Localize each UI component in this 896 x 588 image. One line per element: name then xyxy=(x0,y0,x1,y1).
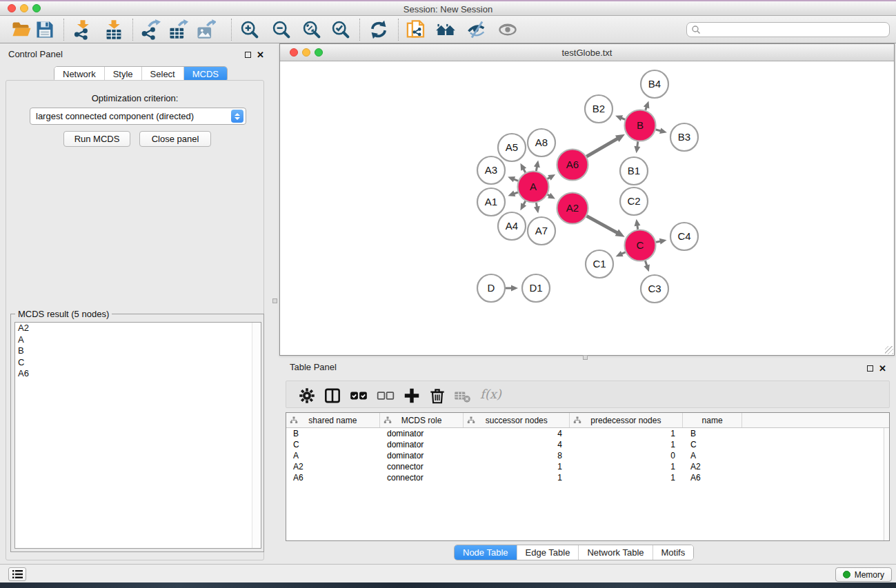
mcds-result-item[interactable]: B xyxy=(15,345,261,357)
network-edge[interactable] xyxy=(637,141,638,147)
zoom-selected-icon xyxy=(330,19,351,40)
show-graphics-details-button[interactable] xyxy=(497,19,518,40)
tab-motifs[interactable]: Motifs xyxy=(653,545,694,560)
import-network-button[interactable] xyxy=(72,19,93,40)
mcds-list-scrollbar[interactable] xyxy=(252,323,261,548)
table-cell[interactable]: dominator xyxy=(380,450,464,461)
table-cell[interactable]: connector xyxy=(380,461,464,472)
save-session-button[interactable] xyxy=(34,19,55,40)
split-divider-handle[interactable] xyxy=(272,298,277,303)
table-panel-tabs: Node Table Edge Table Network Table Moti… xyxy=(454,545,694,560)
mcds-result-item[interactable]: A6 xyxy=(15,368,261,380)
select-all-button[interactable] xyxy=(349,386,368,405)
mcds-result-item[interactable]: A xyxy=(15,334,261,346)
duplicate-network-button[interactable] xyxy=(406,19,426,40)
table-cell[interactable]: 0 xyxy=(570,450,684,461)
table-cell[interactable]: 4 xyxy=(464,428,570,439)
memory-button[interactable]: Memory xyxy=(835,567,892,582)
apply-layout-button[interactable] xyxy=(368,19,389,40)
deselect-all-button[interactable] xyxy=(376,386,395,405)
tab-network-table[interactable]: Network Table xyxy=(578,545,652,560)
zoom-out-button[interactable] xyxy=(271,19,292,40)
export-table-button[interactable] xyxy=(168,19,188,40)
delete-table-button[interactable] xyxy=(452,386,472,405)
close-panel-icon[interactable]: ✕ xyxy=(257,51,264,59)
export-image-button[interactable] xyxy=(195,19,216,40)
table-cell[interactable]: B xyxy=(286,428,380,439)
zoom-in-button[interactable] xyxy=(239,19,260,40)
table-cell[interactable]: C xyxy=(286,439,380,450)
network-edge[interactable] xyxy=(656,130,661,131)
table-row[interactable]: Adominator80A xyxy=(286,450,889,461)
table-cell[interactable]: 1 xyxy=(464,472,570,483)
table-row[interactable]: A6connector11A6 xyxy=(286,472,889,483)
zoom-selected-button[interactable] xyxy=(330,19,351,40)
tab-select[interactable]: Select xyxy=(141,67,183,81)
table-cell[interactable]: 1 xyxy=(570,472,684,483)
table-cell[interactable]: A xyxy=(684,450,744,461)
network-canvas[interactable]: B4B2BB3A8A5A6A3B1AC2A1A2A4A7C4CC1C3DD1 xyxy=(280,61,894,355)
table-cell[interactable]: 1 xyxy=(570,461,684,472)
network-edge[interactable] xyxy=(514,179,519,181)
table-cell[interactable]: dominator xyxy=(380,439,464,450)
run-mcds-button[interactable]: Run MCDS xyxy=(63,131,130,147)
create-column-button[interactable] xyxy=(402,386,421,405)
table-cell[interactable]: 1 xyxy=(464,461,570,472)
task-history-button[interactable] xyxy=(8,567,26,581)
column-header[interactable]: shared name xyxy=(286,413,380,427)
tab-node-table[interactable]: Node Table xyxy=(455,545,517,560)
mcds-result-item[interactable]: C xyxy=(15,357,261,369)
float-panel-icon[interactable] xyxy=(245,52,251,58)
column-header[interactable]: MCDS role xyxy=(380,413,464,427)
criterion-select[interactable]: largest connected component (directed) xyxy=(30,108,246,125)
search-input[interactable] xyxy=(701,23,889,36)
function-builder-button[interactable]: f(x) xyxy=(480,387,501,401)
float-panel-icon[interactable] xyxy=(867,365,873,372)
network-edge[interactable] xyxy=(645,261,647,266)
network-edge[interactable] xyxy=(656,241,661,242)
table-cell[interactable]: A2 xyxy=(286,461,380,472)
table-cell[interactable]: C xyxy=(684,439,744,450)
table-cell[interactable]: dominator xyxy=(380,428,464,439)
export-table-icon xyxy=(168,19,188,40)
search-box[interactable] xyxy=(686,22,890,37)
close-panel-icon[interactable]: ✕ xyxy=(879,365,886,372)
table-row[interactable]: Cdominator41C xyxy=(286,439,889,450)
zoom-fit-button[interactable] xyxy=(301,19,322,40)
tab-mcds[interactable]: MCDS xyxy=(183,67,227,81)
column-header[interactable]: name xyxy=(683,413,743,427)
column-header[interactable]: successor nodes xyxy=(464,413,570,427)
table-cell[interactable]: 8 xyxy=(464,450,570,461)
table-cell[interactable]: A2 xyxy=(684,461,744,472)
delete-columns-button[interactable] xyxy=(428,386,447,405)
import-table-button[interactable] xyxy=(103,19,124,40)
table-cell[interactable]: 4 xyxy=(464,439,570,450)
network-edge[interactable] xyxy=(587,216,618,233)
hide-graphics-details-button[interactable] xyxy=(466,19,487,40)
table-scrollbar[interactable] xyxy=(884,428,889,540)
export-network-button[interactable] xyxy=(140,19,161,40)
table-cell[interactable]: 1 xyxy=(570,428,684,439)
tab-edge-table[interactable]: Edge Table xyxy=(517,545,579,560)
node-label: B4 xyxy=(648,78,661,90)
mcds-result-item[interactable]: A2 xyxy=(15,323,261,334)
table-settings-button[interactable] xyxy=(297,386,317,405)
table-row[interactable]: A2connector11A2 xyxy=(286,461,889,472)
table-cell[interactable]: A6 xyxy=(286,472,380,483)
table-row[interactable]: Bdominator41B xyxy=(286,428,889,439)
table-cell[interactable]: connector xyxy=(380,472,464,483)
table-cell[interactable]: 1 xyxy=(570,439,684,450)
open-session-button[interactable] xyxy=(10,19,31,40)
tab-style[interactable]: Style xyxy=(104,67,141,81)
table-cell[interactable]: A xyxy=(286,450,380,461)
close-panel-button[interactable]: Close panel xyxy=(139,131,211,147)
column-header[interactable]: predecessor nodes xyxy=(570,413,683,427)
network-edge[interactable] xyxy=(586,139,617,156)
show-hide-columns-button[interactable] xyxy=(323,386,342,405)
resize-grip-icon[interactable] xyxy=(885,346,893,354)
show-all-networks-button[interactable] xyxy=(435,19,456,40)
tab-network[interactable]: Network xyxy=(54,67,104,81)
table-cell[interactable]: A6 xyxy=(684,472,744,483)
node-label: A4 xyxy=(506,220,518,232)
table-cell[interactable]: B xyxy=(684,428,744,439)
